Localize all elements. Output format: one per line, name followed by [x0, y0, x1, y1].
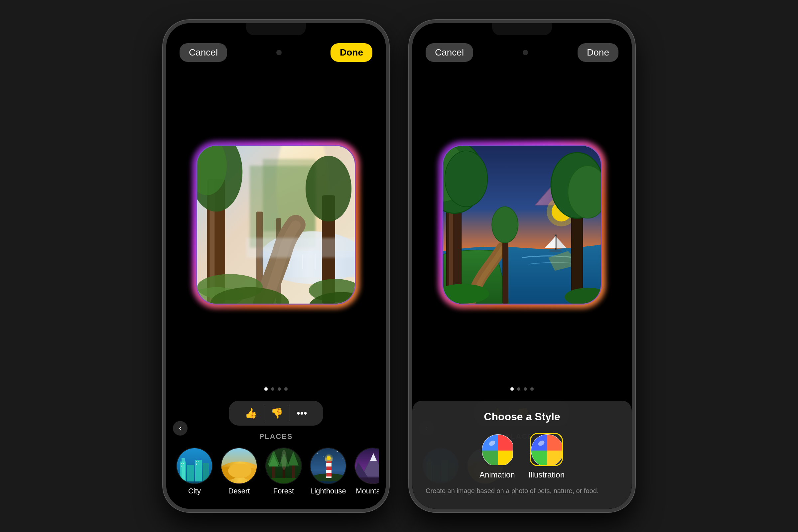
phone-left: Cancel Done — [163, 20, 389, 512]
svg-point-51 — [281, 450, 287, 470]
svg-rect-23 — [246, 238, 355, 258]
svg-rect-26 — [182, 458, 185, 484]
places-section-left: PLACES — [166, 429, 386, 509]
style-option-illustration[interactable]: Illustration — [528, 433, 565, 479]
svg-rect-36 — [177, 481, 213, 484]
svg-point-41 — [228, 463, 251, 478]
places-label-left: PLACES — [173, 432, 379, 441]
place-thumb-desert — [221, 448, 258, 484]
dot-2-right — [517, 387, 520, 391]
place-item-city-left[interactable]: City — [176, 448, 213, 495]
style-panel-title: Choose a Style — [425, 411, 619, 423]
dot-4-right — [530, 387, 534, 391]
svg-rect-32 — [181, 466, 182, 467]
image-content-left — [196, 145, 356, 305]
dot-4-left — [284, 387, 288, 391]
svg-point-54 — [324, 456, 324, 457]
cancel-button-right[interactable]: Cancel — [425, 43, 473, 62]
dot-1-right — [510, 387, 514, 391]
more-left[interactable]: ••• — [290, 405, 314, 421]
place-label-desert-left: Desert — [228, 487, 250, 495]
style-thumb-illustration — [530, 433, 563, 466]
phone-left-inner: Cancel Done — [166, 23, 386, 509]
places-row-left: City — [173, 448, 379, 499]
style-panel: Choose a Style — [412, 401, 632, 509]
svg-point-92 — [492, 207, 518, 243]
action-buttons-left: 👍 👎 ••• — [229, 401, 323, 425]
svg-rect-27 — [187, 465, 194, 484]
svg-rect-31 — [183, 463, 184, 464]
place-thumb-city — [176, 448, 213, 484]
place-item-desert-left[interactable]: Desert — [221, 448, 258, 495]
place-thumb-forest — [265, 448, 302, 484]
place-label-forest-left: Forest — [273, 487, 294, 495]
image-content-right — [442, 145, 602, 305]
thumbs-up-left[interactable]: 👍 — [238, 405, 264, 421]
dot-2-left — [271, 387, 274, 391]
style-name-animation: Animation — [479, 470, 515, 479]
svg-rect-61 — [326, 467, 331, 470]
done-button-right[interactable]: Done — [577, 43, 619, 62]
image-frame-right — [442, 145, 602, 305]
top-bar-right: Cancel Done — [412, 23, 632, 69]
svg-rect-73 — [355, 477, 379, 484]
thumbs-down-left[interactable]: 👎 — [264, 405, 290, 421]
svg-point-66 — [325, 454, 333, 462]
chevron-left-btn[interactable]: ‹ — [173, 421, 188, 436]
dot-3-right — [524, 387, 527, 391]
svg-point-82 — [549, 250, 562, 252]
image-frame-left — [196, 145, 356, 305]
svg-point-15 — [306, 156, 352, 222]
svg-rect-50 — [266, 478, 302, 484]
main-image-right — [412, 69, 632, 381]
illustration-svg — [443, 146, 601, 304]
svg-point-87 — [445, 151, 488, 207]
place-item-mountains-left[interactable]: Mountains — [355, 448, 379, 495]
svg-rect-30 — [181, 463, 182, 464]
place-thumb-lighthouse — [310, 448, 346, 484]
style-description: Create an image based on a photo of pets… — [425, 486, 619, 495]
svg-point-55 — [337, 451, 338, 452]
svg-rect-62 — [326, 473, 331, 476]
dots-left — [264, 387, 288, 391]
style-thumb-animation — [480, 433, 514, 466]
svg-rect-28 — [195, 460, 202, 484]
style-option-animation[interactable]: Animation — [479, 433, 515, 479]
svg-rect-34 — [198, 461, 199, 462]
svg-rect-33 — [196, 461, 197, 462]
phone-right-inner: Cancel Done — [412, 23, 632, 509]
forest-svg — [197, 146, 355, 304]
place-label-city-left: City — [188, 487, 201, 495]
done-button-left[interactable]: Done — [330, 43, 373, 62]
phone-right: Cancel Done — [409, 20, 635, 512]
svg-rect-35 — [196, 463, 197, 465]
phones-container: Cancel Done — [163, 20, 635, 512]
place-item-lighthouse-left[interactable]: Lighthouse — [310, 448, 346, 495]
dots-right — [510, 387, 534, 391]
camera-dot-left — [276, 50, 282, 55]
camera-dot-right — [523, 50, 528, 55]
svg-rect-29 — [203, 463, 209, 484]
top-bar-left: Cancel Done — [166, 23, 386, 69]
style-name-illustration: Illustration — [528, 470, 565, 479]
svg-point-53 — [317, 453, 318, 454]
main-image-left — [166, 69, 386, 381]
place-label-mountains-left: Mountains — [356, 487, 379, 495]
cancel-button-left[interactable]: Cancel — [179, 43, 227, 62]
place-item-forest-left[interactable]: Forest — [265, 448, 302, 495]
dot-1-left — [264, 387, 268, 391]
style-options: Animation — [425, 433, 619, 479]
place-label-lighthouse-left: Lighthouse — [310, 487, 346, 495]
dot-3-left — [278, 387, 281, 391]
place-thumb-mountains — [355, 448, 379, 484]
svg-point-56 — [342, 458, 342, 458]
